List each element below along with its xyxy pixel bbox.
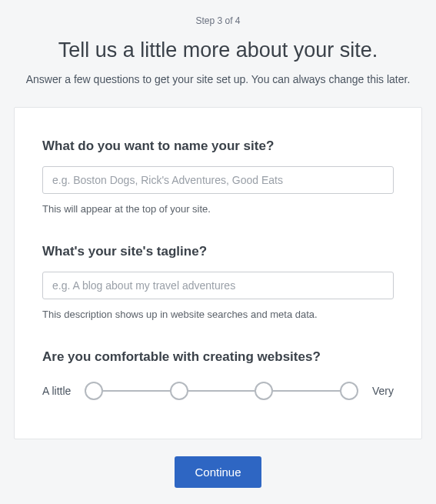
page-title: Tell us a little more about your site. bbox=[14, 38, 422, 62]
site-name-question: What do you want to name your site? bbox=[42, 139, 394, 154]
site-name-hint: This will appear at the top of your site… bbox=[42, 203, 394, 215]
comfort-question: Are you comfortable with creating websit… bbox=[42, 349, 394, 365]
tagline-question: What's your site's tagline? bbox=[42, 244, 394, 259]
comfort-step-1[interactable] bbox=[85, 382, 103, 400]
comfort-max-label: Very bbox=[372, 385, 394, 397]
site-name-input[interactable] bbox=[42, 166, 394, 194]
site-name-group: What do you want to name your site? This… bbox=[42, 139, 394, 215]
slider-track bbox=[273, 390, 340, 392]
tagline-input[interactable] bbox=[42, 272, 394, 299]
comfort-group: Are you comfortable with creating websit… bbox=[42, 349, 394, 400]
comfort-slider[interactable] bbox=[85, 382, 358, 400]
slider-track bbox=[188, 390, 255, 392]
comfort-step-4[interactable] bbox=[340, 382, 358, 400]
comfort-min-label: A little bbox=[42, 385, 71, 397]
comfort-step-3[interactable] bbox=[255, 382, 273, 400]
continue-button[interactable]: Continue bbox=[175, 456, 261, 488]
form-card: What do you want to name your site? This… bbox=[14, 107, 422, 439]
step-indicator: Step 3 of 4 bbox=[14, 15, 422, 26]
comfort-step-2[interactable] bbox=[170, 382, 188, 400]
page-subtitle: Answer a few questions to get your site … bbox=[14, 73, 422, 85]
tagline-group: What's your site's tagline? This descrip… bbox=[42, 244, 394, 320]
tagline-hint: This description shows up in website sea… bbox=[42, 309, 394, 320]
slider-track bbox=[103, 390, 170, 392]
